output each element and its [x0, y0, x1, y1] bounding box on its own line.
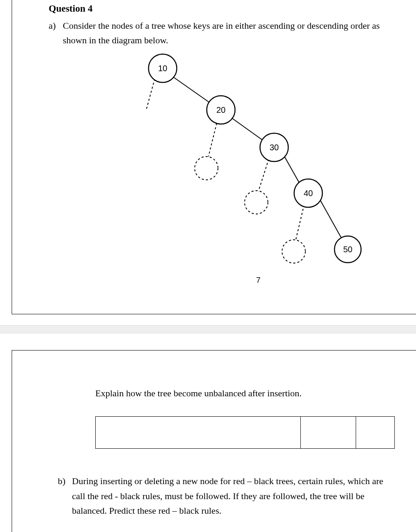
svg-line-7	[296, 205, 304, 240]
svg-line-5	[208, 123, 217, 157]
svg-point-8	[195, 157, 218, 180]
page-lower: Explain how the tree become unbalanced a…	[12, 350, 416, 532]
page-upper: Question 4 a) Consider the nodes of a tr…	[12, 0, 416, 314]
tree-node-30: 30	[269, 143, 278, 152]
tree-node-40: 40	[303, 189, 312, 198]
part-b-text: During inserting or deleting a new node …	[72, 474, 391, 518]
svg-line-2	[283, 154, 300, 184]
tree-node-50: 50	[343, 245, 352, 254]
part-a-text: Consider the nodes of a tree whose keys …	[63, 18, 401, 47]
page-gap	[0, 325, 416, 333]
answer-cell-2	[301, 417, 356, 449]
answer-cell-1	[96, 417, 301, 449]
part-b-label: b)	[58, 474, 72, 518]
svg-line-0	[173, 77, 212, 104]
tree-node-10: 10	[158, 64, 167, 73]
svg-line-3	[319, 197, 342, 240]
svg-line-6	[258, 159, 269, 191]
question-title: Question 4	[49, 3, 401, 14]
svg-point-9	[245, 191, 268, 214]
explain-prompt: Explain how the tree become unbalanced a…	[95, 388, 391, 399]
svg-line-4	[146, 79, 155, 111]
tree-diagram: 10 20 30 40 50 7	[79, 52, 371, 297]
answer-box	[95, 416, 395, 449]
page-number: 7	[256, 276, 260, 284]
part-a-label: a)	[49, 18, 63, 47]
answer-cell-3	[356, 417, 395, 449]
part-a: a) Consider the nodes of a tree whose ke…	[49, 18, 401, 47]
svg-line-1	[231, 117, 265, 142]
svg-point-10	[282, 240, 305, 263]
tree-node-20: 20	[216, 105, 225, 114]
part-b: b) During inserting or deleting a new no…	[58, 474, 391, 518]
